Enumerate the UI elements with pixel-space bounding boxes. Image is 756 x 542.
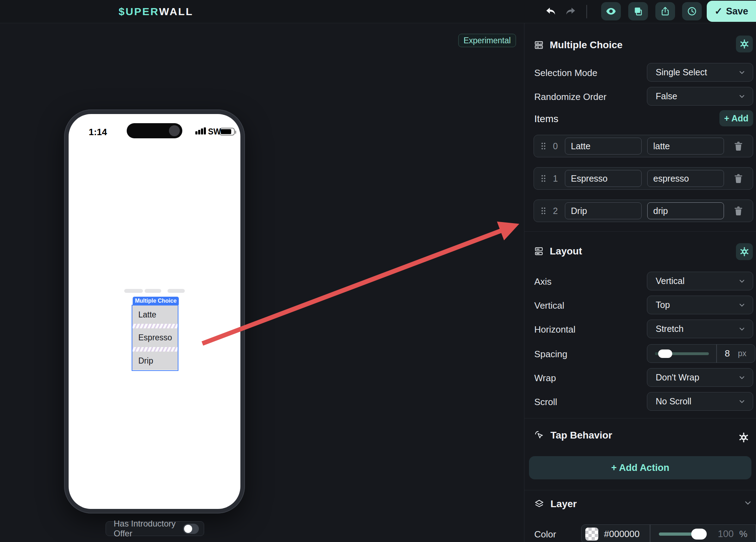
delete-item-icon[interactable] bbox=[734, 206, 743, 216]
item-label-input[interactable] bbox=[565, 202, 642, 219]
color-hex-value[interactable]: #000000 bbox=[604, 529, 650, 540]
gear-icon bbox=[739, 247, 749, 257]
opacity-slider[interactable] bbox=[659, 532, 705, 536]
wrap-value: Don't Wrap bbox=[656, 372, 738, 383]
spacing-slider[interactable] bbox=[655, 352, 709, 355]
color-swatch[interactable] bbox=[585, 528, 598, 541]
phone-mockup: 1:14 SW Multiple Choice Latte Espresso D… bbox=[64, 109, 245, 513]
chevron-down-icon bbox=[738, 93, 746, 100]
delete-item-icon[interactable] bbox=[734, 174, 743, 183]
item-row-0: 0 bbox=[534, 135, 753, 157]
add-action-button[interactable]: + Add Action bbox=[529, 456, 751, 479]
color-label: Color bbox=[534, 529, 556, 540]
randomize-order-label: Randomize Order bbox=[534, 92, 606, 102]
opacity-slider-thumb[interactable] bbox=[691, 529, 707, 540]
wrap-label: Wrap bbox=[534, 373, 556, 384]
tap-cursor-icon bbox=[534, 430, 544, 440]
save-button[interactable]: ✓ Save bbox=[707, 1, 756, 22]
dynamic-island bbox=[127, 123, 182, 138]
delete-item-icon[interactable] bbox=[734, 141, 743, 151]
layout-section-header: Layout bbox=[534, 246, 582, 257]
redo-icon[interactable] bbox=[565, 6, 577, 18]
multiple-choice-icon bbox=[534, 40, 543, 50]
horizontal-dropdown[interactable]: Stretch bbox=[647, 320, 753, 338]
preview-button[interactable] bbox=[601, 2, 621, 20]
duplicate-button[interactable] bbox=[628, 2, 648, 20]
randomize-order-dropdown[interactable]: False bbox=[647, 87, 753, 106]
choice-option-drip[interactable]: Drip bbox=[132, 352, 178, 370]
battery-icon bbox=[219, 128, 235, 136]
placeholder-pill bbox=[168, 289, 185, 293]
logo-accent-text: $UPER bbox=[119, 6, 159, 18]
item-value-input[interactable] bbox=[647, 170, 724, 187]
spacing-control: 8 px bbox=[647, 344, 755, 363]
layers-icon bbox=[534, 499, 544, 509]
item-value-input[interactable] bbox=[647, 202, 724, 219]
share-icon bbox=[660, 6, 670, 16]
item-index: 0 bbox=[552, 141, 559, 151]
gear-icon bbox=[739, 39, 749, 49]
opacity-value[interactable]: 100 bbox=[718, 529, 734, 540]
axis-value: Vertical bbox=[656, 276, 738, 286]
layer-color-control: #000000 100 % bbox=[581, 524, 756, 542]
placeholder-pill bbox=[145, 289, 161, 293]
layer-title: Layer bbox=[550, 498, 577, 510]
item-label-input[interactable] bbox=[565, 138, 642, 155]
choice-option-espresso[interactable]: Espresso bbox=[132, 328, 178, 347]
items-label: Items bbox=[534, 113, 558, 125]
spacing-slider-thumb[interactable] bbox=[658, 349, 672, 358]
camera-dot bbox=[169, 125, 180, 136]
share-button[interactable] bbox=[655, 2, 675, 20]
spacing-value[interactable]: 8 bbox=[717, 348, 738, 359]
widget-selection-tag: Multiple Choice bbox=[133, 297, 179, 305]
history-button[interactable] bbox=[682, 2, 702, 20]
item-row-2: 2 bbox=[534, 200, 753, 222]
chevron-down-icon bbox=[738, 374, 746, 382]
item-row-1: 1 bbox=[534, 167, 753, 190]
vertical-label: Vertical bbox=[534, 300, 564, 311]
layout-icon bbox=[534, 246, 543, 256]
chevron-down-icon bbox=[738, 301, 746, 309]
item-label-input[interactable] bbox=[565, 170, 642, 187]
vertical-dropdown[interactable]: Top bbox=[647, 296, 753, 314]
layout-title: Layout bbox=[550, 246, 582, 257]
scroll-label: Scroll bbox=[534, 397, 557, 408]
axis-dropdown[interactable]: Vertical bbox=[647, 272, 753, 290]
undo-icon[interactable] bbox=[545, 6, 557, 18]
superwall-editor: $UPERWALL bbox=[0, 0, 756, 542]
vertical-value: Top bbox=[656, 300, 738, 310]
phone-screen: 1:14 SW Multiple Choice Latte Espresso D… bbox=[69, 114, 240, 509]
opacity-unit: % bbox=[739, 529, 748, 540]
choice-option-latte[interactable]: Latte bbox=[132, 305, 178, 324]
randomize-order-value: False bbox=[656, 91, 738, 101]
spacing-label: Spacing bbox=[534, 349, 567, 360]
item-value-input[interactable] bbox=[647, 138, 724, 155]
multiple-choice-settings-button[interactable] bbox=[736, 36, 753, 52]
tap-behavior-title: Tap Behavior bbox=[550, 430, 612, 441]
inspector-panel: Multiple Choice Selection Mode Single Se… bbox=[524, 23, 756, 542]
intro-offer-label: Has Introductory Offer bbox=[114, 519, 183, 538]
chevron-down-icon bbox=[738, 69, 746, 76]
save-button-label: Save bbox=[726, 6, 748, 17]
layout-settings-button[interactable] bbox=[736, 243, 753, 260]
layer-collapse-chevron-icon[interactable] bbox=[743, 498, 752, 508]
item-index: 2 bbox=[552, 206, 559, 216]
selection-mode-dropdown[interactable]: Single Select bbox=[647, 63, 753, 82]
tap-behavior-section-header: Tap Behavior bbox=[534, 430, 612, 441]
add-item-button[interactable]: + Add bbox=[719, 110, 753, 126]
tap-behavior-settings-icon[interactable] bbox=[738, 432, 749, 443]
scroll-dropdown[interactable]: No Scroll bbox=[647, 392, 753, 411]
multiple-choice-widget[interactable]: Latte Espresso Drip bbox=[132, 305, 178, 371]
wrap-dropdown[interactable]: Don't Wrap bbox=[647, 368, 753, 387]
drag-handle-icon[interactable] bbox=[541, 175, 546, 182]
drag-handle-icon[interactable] bbox=[541, 142, 546, 150]
item-index: 1 bbox=[552, 174, 559, 184]
chevron-down-icon bbox=[738, 325, 746, 333]
intro-offer-toggle[interactable] bbox=[183, 524, 199, 534]
scroll-value: No Scroll bbox=[656, 396, 738, 406]
history-clock-icon bbox=[687, 6, 697, 16]
experimental-badge: Experimental bbox=[458, 34, 516, 47]
drag-handle-icon[interactable] bbox=[541, 207, 546, 215]
top-bar: $UPERWALL bbox=[0, 0, 756, 23]
axis-label: Axis bbox=[534, 276, 552, 287]
